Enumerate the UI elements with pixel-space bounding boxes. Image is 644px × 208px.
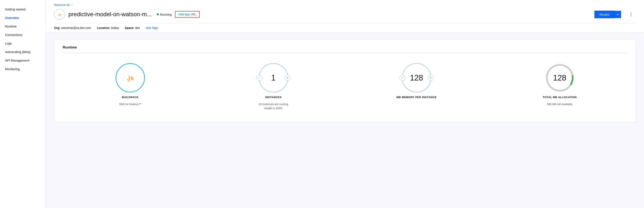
routes-dropdown-arrow[interactable]: ▾: [614, 11, 621, 18]
sidebar-item-monitoring[interactable]: Monitoring: [0, 65, 46, 73]
space-meta: Space: dev: [125, 26, 140, 29]
instances-label: INSTANCES: [265, 96, 282, 99]
memory-metric: − 128 + MB MEMORY PER INSTANCE: [349, 63, 484, 99]
memory-increment-button[interactable]: +: [428, 75, 434, 81]
total-allocation-metric: 128 TOTAL MB ALLOCATION 896 MB still ava…: [492, 63, 627, 106]
instances-decrement-button[interactable]: −: [256, 75, 262, 81]
memory-label: MB MEMORY PER INSTANCE: [396, 96, 437, 99]
total-allocation-sublabel: 896 MB still available: [547, 102, 572, 106]
total-allocation-value: 128: [553, 73, 566, 82]
instances-value: 1: [271, 73, 276, 82]
visit-app-button[interactable]: Visit App URL: [175, 11, 200, 18]
status-badge: Running: [157, 13, 172, 16]
space-label: Space:: [125, 26, 134, 29]
instances-circle: − 1 +: [259, 63, 288, 92]
instances-increment-button[interactable]: +: [285, 75, 290, 81]
sidebar-item-connections[interactable]: Connections: [0, 31, 46, 39]
sidebar: Getting startedOverviewRuntimeConnection…: [0, 0, 46, 208]
sidebar-item-getting-started[interactable]: Getting started: [0, 5, 46, 13]
routes-button[interactable]: Routes: [594, 11, 614, 18]
meta-row: Org: stevemar@ca.ibm.com Location: Dalla…: [54, 23, 636, 32]
buildpack-circle: .js: [116, 63, 145, 92]
sidebar-item-api-management[interactable]: API Management: [0, 56, 46, 65]
buildpack-metric: .js BUILDPACK SDK for Node.js™: [63, 63, 198, 106]
org-label: Org:: [54, 26, 60, 29]
location-value: Dallas: [111, 26, 119, 29]
breadcrumb-separator: /: [72, 3, 72, 6]
more-options-button[interactable]: ⋮: [626, 10, 636, 18]
app-name: predictive-model-on-watson-m...: [68, 11, 152, 18]
buildpack-logo: .js: [126, 74, 134, 82]
total-allocation-label: TOTAL MB ALLOCATION: [543, 96, 577, 99]
runtime-section-title: Runtime: [63, 45, 627, 53]
header-area: Resource list / .js predictive-model-on-…: [46, 0, 644, 33]
routes-button-group: Routes ▾: [594, 11, 621, 18]
instances-sublabel: All instances are running Health is 100%: [258, 102, 288, 110]
instances-metric: − 1 + INSTANCES All instances are runnin…: [206, 63, 341, 110]
add-tags-link[interactable]: Add Tags: [146, 26, 158, 29]
status-text: Running: [160, 13, 172, 16]
status-dot: [157, 13, 159, 15]
memory-circle: − 128 +: [402, 63, 431, 92]
sidebar-item-overview[interactable]: Overview: [0, 13, 46, 22]
main-content: Resource list / .js predictive-model-on-…: [46, 0, 644, 208]
buildpack-label: BUILDPACK: [122, 96, 138, 99]
app-title-row: .js predictive-model-on-watson-m... Runn…: [54, 9, 636, 23]
memory-decrement-button[interactable]: −: [400, 75, 405, 81]
breadcrumb-resource-list[interactable]: Resource list: [54, 3, 70, 6]
metrics-grid: .js BUILDPACK SDK for Node.js™ − 1 +: [63, 58, 627, 112]
total-allocation-gauge: 128: [545, 63, 574, 92]
space-value: dev: [135, 26, 140, 29]
buildpack-sublabel: SDK for Node.js™: [119, 102, 141, 106]
instances-counter-wrapper: − 1 +: [257, 63, 290, 92]
app-logo: .js: [54, 9, 65, 20]
sidebar-item-autoscaling[interactable]: Autoscaling (Beta): [0, 48, 46, 56]
org-meta: Org: stevemar@ca.ibm.com: [54, 26, 91, 29]
sidebar-item-logs[interactable]: Logs: [0, 39, 46, 48]
runtime-card: Runtime .js BUILDPACK SDK for Node.js™: [54, 39, 636, 122]
breadcrumb: Resource list /: [54, 3, 636, 6]
location-label: Location:: [97, 26, 110, 29]
org-value: stevemar@ca.ibm.com: [61, 26, 91, 29]
content-section: Runtime .js BUILDPACK SDK for Node.js™: [46, 33, 644, 208]
memory-counter-wrapper: − 128 +: [398, 63, 436, 92]
memory-value: 128: [410, 73, 423, 82]
location-meta: Location: Dallas: [97, 26, 119, 29]
sidebar-item-runtime[interactable]: Runtime: [0, 22, 46, 31]
